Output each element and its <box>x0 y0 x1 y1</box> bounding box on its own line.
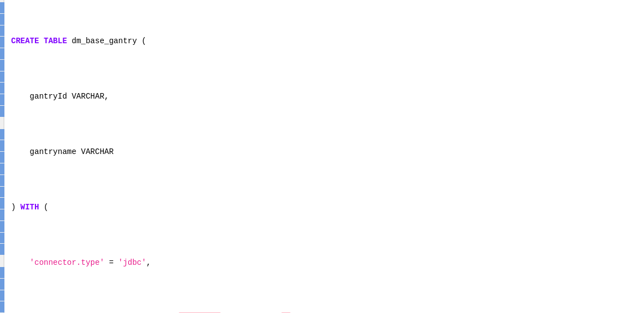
code-line-5: 'connector.type' = 'jdbc' , <box>11 257 644 268</box>
code-line-1: CREATE TABLE dm_base_gantry ( <box>11 35 644 47</box>
keyword-with: WITH <box>21 202 39 213</box>
code-line-3: gantryname VARCHAR <box>11 146 644 157</box>
keyword-create: CREATE TABLE <box>11 35 67 47</box>
editor-container: CREATE TABLE dm_base_gantry ( gantryId V… <box>0 0 644 313</box>
code-area[interactable]: CREATE TABLE dm_base_gantry ( gantryId V… <box>4 0 644 313</box>
line-numbers <box>0 0 4 313</box>
code-line-4: ) WITH ( <box>11 202 644 213</box>
code-line-2: gantryId VARCHAR, <box>11 91 644 102</box>
